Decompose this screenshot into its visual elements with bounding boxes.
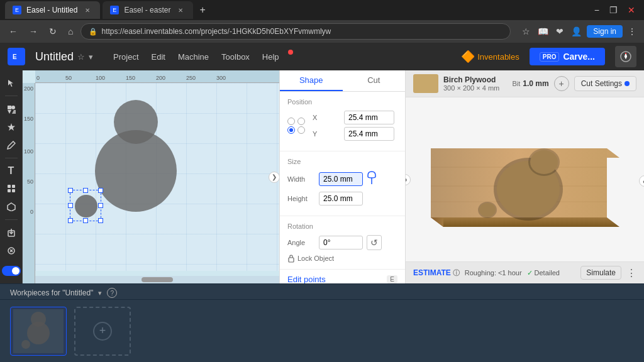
- main-shape: [86, 96, 211, 234]
- detailed-info: ✓ Detailed: [527, 269, 560, 277]
- size-title: Size: [287, 158, 397, 165]
- toolbar-star-tool[interactable]: [3, 119, 20, 134]
- x-label: X: [313, 114, 340, 121]
- toolbar-carve-tool[interactable]: [3, 243, 20, 258]
- nav-help[interactable]: Help: [257, 50, 284, 64]
- close-tab-inactive[interactable]: ✕: [175, 5, 186, 15]
- nav-project[interactable]: Project: [108, 50, 143, 64]
- maximize-button[interactable]: ❐: [606, 3, 621, 18]
- y-input[interactable]: [344, 127, 394, 141]
- estimate-bar: ESTIMATE ⓘ Roughing: <1 hour ✓ Detailed …: [406, 261, 644, 283]
- refresh-button[interactable]: ↻: [45, 24, 60, 39]
- svg-point-34: [479, 203, 496, 217]
- x-input[interactable]: [344, 111, 394, 124]
- inventables-label: Inventables: [477, 52, 519, 62]
- nav-edit[interactable]: Edit: [147, 50, 170, 64]
- inventables-link[interactable]: 🔶 Inventables: [461, 50, 519, 63]
- profile-button[interactable]: 👤: [569, 24, 584, 39]
- workpiece-thumbnail-svg: [13, 309, 64, 353]
- close-button[interactable]: ✕: [624, 3, 639, 18]
- browser-actions: ☆ 📖 ❤ 👤 Sign in ⋮: [519, 24, 639, 39]
- nav-machine[interactable]: Machine: [173, 50, 214, 64]
- tab-cut[interactable]: Cut: [343, 70, 406, 91]
- forward-button[interactable]: →: [25, 24, 42, 39]
- rotate-reset-button[interactable]: ↺: [367, 235, 382, 250]
- panel-tabs: Shape Cut: [280, 70, 405, 92]
- radio-ml[interactable]: [287, 126, 295, 134]
- units-toggle[interactable]: [2, 266, 21, 276]
- height-input[interactable]: [319, 192, 363, 206]
- app-container: E Untitled ☆ ▾ Project Edit Machine Tool…: [0, 43, 644, 362]
- radio-mc[interactable]: [297, 126, 305, 134]
- scrollbar-thumb[interactable]: [142, 277, 173, 282]
- toolbar-shapes-tool[interactable]: [3, 101, 20, 116]
- carve-label: Carve...: [563, 52, 595, 62]
- radio-tl[interactable]: [287, 118, 295, 125]
- carve-button[interactable]: PRO Carve...: [530, 48, 605, 65]
- close-tab-active[interactable]: ✕: [82, 5, 92, 15]
- more-options-button[interactable]: ⋮: [626, 267, 636, 279]
- toolbar-import-tool[interactable]: [3, 225, 20, 240]
- material-info: Birch Plywood 300 × 200 × 4 mm: [443, 75, 507, 92]
- title-dropdown-icon[interactable]: ▾: [89, 52, 93, 62]
- toolbar-divider-1: [5, 96, 18, 96]
- minimize-button[interactable]: −: [591, 3, 603, 18]
- notification-dot: [288, 50, 293, 55]
- width-input[interactable]: [319, 172, 363, 186]
- workpieces-info-icon[interactable]: ?: [107, 288, 117, 298]
- bit-info: Bit 1.0 mm: [512, 79, 548, 88]
- toolbar-divider-3: [5, 219, 18, 220]
- toolbar-pen-tool[interactable]: [3, 137, 20, 152]
- tab-shape[interactable]: Shape: [280, 70, 343, 91]
- toolbar-3d-tool[interactable]: [3, 199, 20, 214]
- compass-button[interactable]: [615, 46, 636, 67]
- lock-row[interactable]: Lock Object: [287, 254, 397, 263]
- estimate-info-icon: ⓘ: [453, 268, 460, 278]
- bookmark-star-button[interactable]: ☆: [519, 24, 533, 39]
- toolbar-text-tool[interactable]: T: [3, 163, 20, 178]
- app-header: E Untitled ☆ ▾ Project Edit Machine Tool…: [0, 43, 644, 70]
- canvas-grid[interactable]: [35, 83, 279, 271]
- roughing-label: Roughing:: [465, 269, 496, 277]
- edit-points-button[interactable]: Edit points E: [280, 270, 405, 283]
- angle-input[interactable]: [319, 236, 363, 250]
- browser-titlebar: E Easel - Untitled ✕ E Easel - easter ✕ …: [0, 0, 644, 20]
- canvas-area[interactable]: 0 50 100 150 200 250 300 200 150 100 50 …: [23, 70, 279, 283]
- 3d-preview-svg: [418, 117, 632, 243]
- estimate-label[interactable]: ESTIMATE ⓘ: [413, 268, 460, 278]
- new-tab-button[interactable]: +: [196, 4, 209, 16]
- workpiece-thumb-1[interactable]: [10, 307, 67, 356]
- height-label: Height: [287, 195, 315, 202]
- add-material-button[interactable]: +: [554, 76, 569, 91]
- extensions-button[interactable]: ⋮: [625, 24, 639, 39]
- sign-in-button[interactable]: Sign in: [587, 25, 623, 38]
- browser-tab-active[interactable]: E Easel - Untitled ✕: [5, 1, 100, 19]
- svg-text:E: E: [13, 53, 17, 60]
- address-bar[interactable]: 🔒 https://easel.inventables.com/projects…: [80, 23, 511, 40]
- nav-toolbox[interactable]: Toolbox: [216, 50, 255, 64]
- collapse-preview-arrow[interactable]: ❯: [406, 174, 411, 185]
- title-star-icon[interactable]: ☆: [77, 52, 85, 62]
- main-content: T inch: [0, 70, 644, 283]
- radio-tc[interactable]: [297, 118, 305, 125]
- cut-settings-button[interactable]: Cut Settings: [574, 76, 636, 91]
- dropdown-icon[interactable]: ▾: [98, 289, 102, 297]
- toolbar-apps-tool[interactable]: [3, 181, 20, 196]
- collapse-right-arrow[interactable]: ❯: [269, 172, 279, 183]
- add-workpiece-button[interactable]: +: [74, 307, 131, 356]
- home-button[interactable]: ⌂: [64, 24, 77, 39]
- add-workpiece-icon: +: [93, 322, 112, 341]
- edit-points-label: Edit points: [287, 275, 326, 283]
- simulate-button[interactable]: Simulate: [580, 266, 621, 280]
- browser-tab-inactive[interactable]: E Easel - easter ✕: [103, 1, 193, 19]
- back-button[interactable]: ←: [5, 24, 21, 39]
- tab-label-inactive: Easel - easter: [124, 6, 170, 14]
- cut-settings-indicator: [625, 81, 630, 86]
- collections-button[interactable]: ❤: [553, 24, 566, 39]
- scrollbar-horizontal[interactable]: [35, 276, 279, 283]
- reading-list-button[interactable]: 📖: [535, 24, 551, 39]
- workpieces-label: Workpieces for "Untitled": [10, 288, 93, 297]
- url-text: https://easel.inventables.com/projects/-…: [101, 27, 331, 36]
- toolbar-select-tool[interactable]: [3, 75, 20, 90]
- link-aspect-ratio-icon[interactable]: [367, 170, 377, 188]
